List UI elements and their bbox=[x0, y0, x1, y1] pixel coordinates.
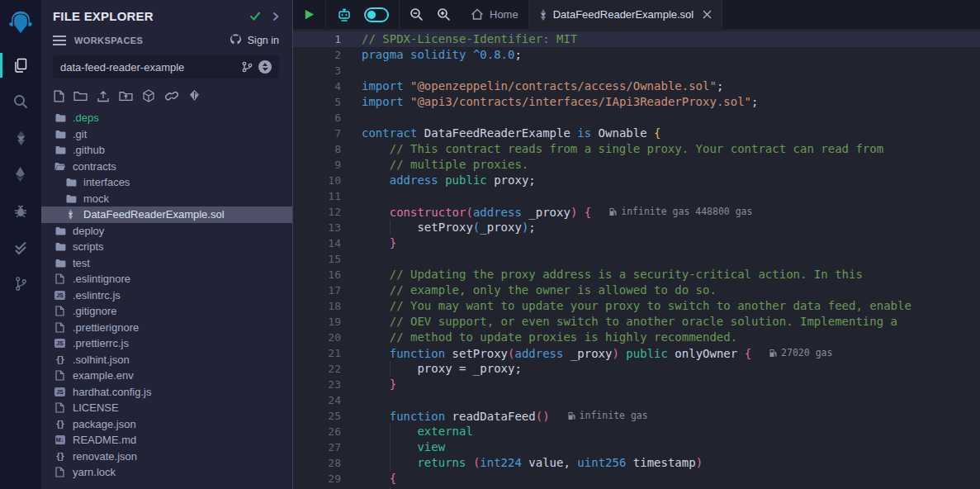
folder-row-test[interactable]: test bbox=[41, 255, 292, 272]
file-icon bbox=[54, 370, 66, 381]
file-row-package.json[interactable]: {}package.json bbox=[41, 416, 292, 433]
code-line-28[interactable]: 28 returns (int224 value, uint256 timest… bbox=[293, 455, 980, 471]
code-editor[interactable]: 1// SPDX-License-Identifier: MIT2pragma … bbox=[293, 29, 980, 489]
code-line-21[interactable]: 21 function setProxy(address _proxy) pub… bbox=[293, 345, 980, 361]
folder-row-deploy[interactable]: deploy bbox=[41, 223, 292, 240]
new-folder-icon[interactable] bbox=[73, 90, 88, 102]
activity-item-git[interactable] bbox=[0, 265, 41, 301]
run-script-button[interactable] bbox=[303, 8, 315, 21]
folder-row-scripts[interactable]: scripts bbox=[41, 239, 292, 255]
code-line-4[interactable]: 4import "@openzeppelin/contracts/access/… bbox=[293, 78, 980, 94]
code-line-17[interactable]: 17 // example, only the owner is allowed… bbox=[293, 282, 980, 298]
folder-row-interfaces[interactable]: interfaces bbox=[41, 174, 292, 191]
hamburger-menu-icon[interactable] bbox=[53, 36, 66, 45]
file-row-LICENSE[interactable]: LICENSE bbox=[41, 400, 292, 416]
code-line-12[interactable]: 12 constructor(address _proxy) {infinite… bbox=[293, 204, 980, 220]
activity-item-search[interactable] bbox=[0, 83, 41, 120]
file-row-DataFeedReaderExample.sol[interactable]: DataFeedReaderExample.sol bbox=[41, 207, 292, 223]
code-line-16[interactable]: 16 // Updating the proxy address is a se… bbox=[293, 267, 980, 282]
indent-guide bbox=[390, 455, 391, 471]
folder-row-mock[interactable]: mock bbox=[41, 191, 292, 207]
file-row-.prettierignore[interactable]: .prettierignore bbox=[41, 320, 292, 336]
close-tab-icon[interactable] bbox=[703, 10, 712, 19]
activity-item-deploy-and-run[interactable] bbox=[0, 156, 41, 192]
tab-home[interactable]: Home bbox=[461, 0, 529, 29]
file-row-yarn.lock[interactable]: yarn.lock bbox=[41, 464, 292, 481]
folder-row-.deps[interactable]: .deps bbox=[41, 110, 292, 126]
code-line-23[interactable]: 23 } bbox=[293, 377, 980, 392]
code-line-20[interactable]: 20 // method to update proxies is highly… bbox=[293, 330, 980, 345]
code-line-7[interactable]: 7contract DataFeedReaderExample is Ownab… bbox=[293, 126, 980, 141]
indent-guide bbox=[390, 220, 391, 235]
code-line-29[interactable]: 29 { bbox=[293, 471, 980, 487]
file-row-renovate.json[interactable]: {}renovate.json bbox=[41, 449, 292, 465]
code-line-6[interactable]: 6 bbox=[293, 110, 980, 126]
code-line-5[interactable]: 5import "@api3/contracts/interfaces/IApi… bbox=[293, 94, 980, 110]
code-line-24[interactable]: 24 bbox=[293, 392, 980, 408]
code-line-2[interactable]: 2pragma solidity ^0.8.0; bbox=[293, 47, 980, 63]
file-row-.eslintignore[interactable]: .eslintignore bbox=[41, 271, 292, 287]
workspace-selector[interactable]: data-feed-reader-example bbox=[53, 55, 279, 78]
upload-file-icon[interactable] bbox=[97, 90, 110, 102]
code-line-27[interactable]: 27 view bbox=[293, 439, 980, 455]
line-content: function setProxy(address _proxy) public… bbox=[362, 345, 980, 361]
git-branch-icon[interactable] bbox=[242, 61, 253, 73]
file-label: yarn.lock bbox=[73, 466, 116, 478]
file-row-example.env[interactable]: example.env bbox=[41, 368, 292, 384]
folder-icon bbox=[54, 130, 66, 139]
code-line-13[interactable]: 13 setProxy(_proxy); bbox=[293, 220, 980, 235]
zoom-in-icon[interactable] bbox=[437, 7, 451, 21]
tab-datafeedreaderexample[interactable]: DataFeedReaderExample.sol bbox=[529, 0, 723, 29]
line-number: 1 bbox=[293, 31, 341, 47]
code-line-26[interactable]: 26 external bbox=[293, 424, 980, 439]
code-line-10[interactable]: 10 address public proxy; bbox=[293, 173, 980, 188]
workspace-dropdown-icon[interactable] bbox=[258, 60, 272, 74]
line-number: 14 bbox=[293, 235, 341, 251]
folder-row-.github[interactable]: .github bbox=[41, 142, 292, 159]
workspaces-label: WORKSPACES bbox=[74, 36, 143, 45]
new-file-icon[interactable] bbox=[54, 90, 64, 102]
link-icon[interactable] bbox=[164, 90, 179, 102]
code-line-14[interactable]: 14 } bbox=[293, 235, 980, 251]
remix-logo[interactable] bbox=[0, 0, 41, 45]
code-line-1[interactable]: 1// SPDX-License-Identifier: MIT bbox=[293, 31, 980, 47]
line-content bbox=[362, 63, 980, 78]
line-number: 26 bbox=[293, 424, 341, 439]
folder-row-contracts[interactable]: contracts bbox=[41, 159, 292, 175]
file-row-.solhint.json[interactable]: {}.solhint.json bbox=[41, 352, 292, 368]
sign-in-button[interactable]: Sign in bbox=[229, 34, 279, 46]
activity-item-unit-testing[interactable] bbox=[0, 229, 41, 265]
kite-icon[interactable] bbox=[188, 90, 201, 102]
file-row-.prettierrc.js[interactable]: JS.prettierrc.js bbox=[41, 335, 292, 352]
file-row-.gitignore[interactable]: .gitignore bbox=[41, 303, 292, 320]
code-line-15[interactable]: 15 bbox=[293, 251, 980, 267]
file-row-README.md[interactable]: M↓README.md bbox=[41, 432, 292, 449]
code-line-9[interactable]: 9 // multiple proxies. bbox=[293, 157, 980, 173]
activity-item-debugger[interactable] bbox=[0, 192, 41, 229]
code-line-22[interactable]: 22 proxy = _proxy; bbox=[293, 361, 980, 377]
code-line-25[interactable]: 25 function readDataFeed()infinite gas bbox=[293, 408, 980, 424]
code-line-11[interactable]: 11 bbox=[293, 188, 980, 204]
file-row-hardhat.config.js[interactable]: JShardhat.config.js bbox=[41, 384, 292, 401]
code-line-3[interactable]: 3 bbox=[293, 63, 980, 78]
file-row-.eslintrc.js[interactable]: JS.eslintrc.js bbox=[41, 287, 292, 304]
zoom-out-icon[interactable] bbox=[410, 7, 424, 21]
folder-row-.git[interactable]: .git bbox=[41, 126, 292, 143]
folder-open-icon bbox=[54, 162, 66, 171]
activity-item-solidity-compiler[interactable] bbox=[0, 120, 41, 156]
line-number: 16 bbox=[293, 267, 341, 282]
code-line-8[interactable]: 8 // This contract reads from a single p… bbox=[293, 141, 980, 157]
upload-folder-icon[interactable] bbox=[119, 90, 133, 102]
ai-copilot-icon[interactable] bbox=[336, 7, 353, 22]
chevron-right-icon[interactable] bbox=[272, 12, 279, 21]
file-icon bbox=[54, 273, 66, 284]
file-label: .gitignore bbox=[73, 305, 116, 317]
cube-icon[interactable] bbox=[142, 89, 155, 102]
line-number: 13 bbox=[293, 220, 341, 235]
ai-copilot-toggle[interactable] bbox=[364, 7, 389, 22]
code-line-18[interactable]: 18 // You may want to update your proxy … bbox=[293, 298, 980, 314]
code-line-19[interactable]: 19 // OEV support, or even switch to ano… bbox=[293, 314, 980, 330]
line-content bbox=[362, 392, 980, 408]
activity-item-file-explorer[interactable] bbox=[0, 47, 41, 83]
check-icon[interactable] bbox=[249, 12, 261, 21]
